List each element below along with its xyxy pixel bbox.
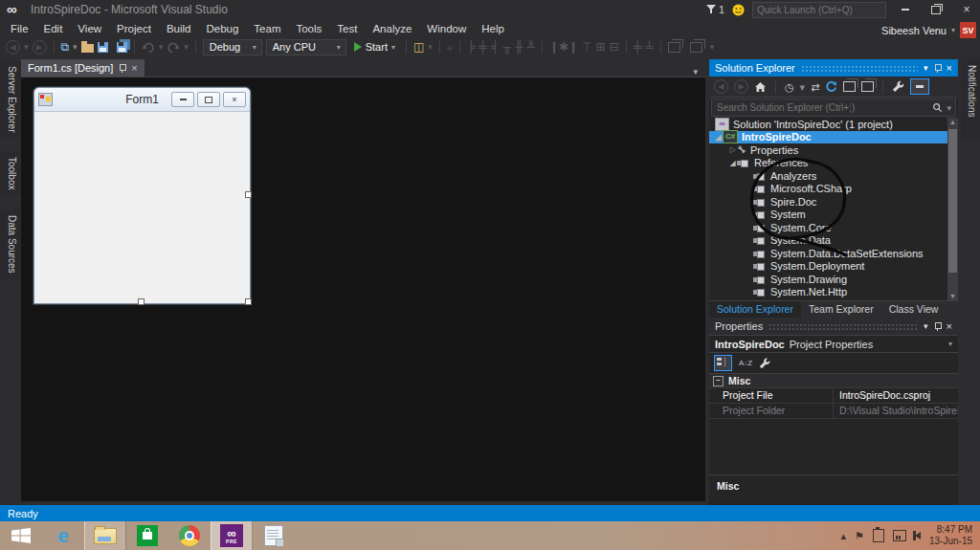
tree-item-system-core[interactable]: System.Core <box>709 221 958 234</box>
menu-tools[interactable]: Tools <box>289 21 328 36</box>
pending-changes-filter-icon[interactable]: ◷ <box>785 78 794 96</box>
quick-launch-box[interactable] <box>752 2 886 18</box>
tab-class-view[interactable]: Class View <box>881 301 947 318</box>
undo-icon[interactable] <box>142 41 155 54</box>
resize-handle-right[interactable] <box>245 191 252 198</box>
se-back-button[interactable]: ◀ <box>714 79 728 94</box>
resize-handle-bottom[interactable] <box>138 298 145 305</box>
sync-with-active-document-icon[interactable]: ⇄ <box>811 78 819 96</box>
tree-item-solution[interactable]: ∞ Solution 'IntroSpireDoc' (1 project) <box>709 118 958 131</box>
auto-hide-pin-icon[interactable] <box>934 321 941 331</box>
close-tab-icon[interactable]: × <box>131 62 137 74</box>
tree-item-microsoft-csharp[interactable]: Microsoft.CSharp <box>709 183 958 196</box>
design-form-window[interactable]: Form1 × <box>33 87 251 304</box>
toolbar-options-icon[interactable]: ▾ <box>710 37 715 56</box>
expander-expanded-icon[interactable]: ◢ <box>728 159 737 167</box>
menu-window[interactable]: Window <box>420 21 473 36</box>
start-debug-button[interactable]: Start ▾ <box>350 41 399 53</box>
properties-object-combo[interactable]: IntroSpireDoc Project Properties ▾ <box>709 336 958 353</box>
menu-debug[interactable]: Debug <box>199 21 245 36</box>
menu-team[interactable]: Team <box>247 21 287 36</box>
refresh-icon[interactable] <box>825 80 837 93</box>
properties-window-icon[interactable] <box>861 81 874 92</box>
solution-search-input[interactable] <box>712 102 932 113</box>
resize-handle-corner[interactable] <box>245 298 252 305</box>
tree-item-properties[interactable]: ▷ 🔧︎ Properties <box>709 143 958 157</box>
scroll-up-icon[interactable]: ▲ <box>947 119 958 125</box>
menu-file[interactable]: File <box>4 21 35 36</box>
minimize-button[interactable] <box>894 2 917 18</box>
navigate-back-button[interactable]: ◀ <box>6 40 20 55</box>
solution-explorer-header[interactable]: Solution Explorer ▾ × <box>709 59 958 77</box>
new-dropdown-icon[interactable]: ▾ <box>73 37 78 56</box>
save-all-button[interactable] <box>117 42 127 53</box>
tree-item-system-net-http[interactable]: System.Net.Http <box>709 286 958 299</box>
scroll-down-icon[interactable]: ▼ <box>947 293 958 299</box>
scrollbar-thumb[interactable] <box>948 129 957 273</box>
menu-edit[interactable]: Edit <box>37 21 70 36</box>
chrome-button[interactable] <box>168 521 211 550</box>
tree-item-system[interactable]: System <box>709 209 958 222</box>
network-icon[interactable] <box>893 530 906 541</box>
category-row-misc[interactable]: − Misc <box>709 374 958 387</box>
expander-collapsed-icon[interactable]: ▷ <box>728 145 737 154</box>
new-project-button[interactable]: ⧉ <box>61 37 70 56</box>
menu-test[interactable]: Test <box>330 21 364 36</box>
tab-toolbox[interactable]: Toolbox <box>0 151 21 195</box>
tree-item-spire-doc[interactable]: Spire.Doc <box>709 195 958 209</box>
home-icon[interactable] <box>754 81 767 93</box>
auto-hide-pin-icon[interactable] <box>934 63 941 73</box>
feedback-funnel-button[interactable]: 1 <box>706 4 724 15</box>
file-explorer-button[interactable] <box>84 521 126 550</box>
navigate-forward-button[interactable]: ▶ <box>33 40 47 55</box>
solution-configuration-combo[interactable]: Debug ▾ <box>203 39 262 55</box>
collapse-category-icon[interactable]: − <box>713 376 724 386</box>
alphabetical-sort-button[interactable]: A↓Z <box>739 359 752 367</box>
find-dropdown-icon[interactable]: ▾ <box>428 37 433 56</box>
tab-team-explorer[interactable]: Team Explorer <box>801 301 881 318</box>
tab-solution-explorer[interactable]: Solution Explorer <box>709 301 801 318</box>
collapse-all-button[interactable] <box>910 78 929 95</box>
se-forward-button[interactable]: ▶ <box>734 79 748 94</box>
tab-data-sources[interactable]: Data Sources <box>0 209 21 279</box>
designer-surface[interactable]: Form1 × <box>21 77 705 501</box>
property-row-project-folder[interactable]: Project Folder D:\Visual Studio\IntroSpi… <box>709 403 958 418</box>
wrench-icon[interactable] <box>759 358 770 369</box>
tab-form1-design[interactable]: Form1.cs [Design] × <box>21 59 145 77</box>
find-in-files-button[interactable]: ◫ <box>413 37 424 56</box>
search-options-icon[interactable]: ▾ <box>943 99 955 118</box>
restore-button[interactable] <box>924 2 947 18</box>
menu-build[interactable]: Build <box>160 21 198 36</box>
quick-launch-input[interactable] <box>753 5 887 15</box>
power-icon[interactable] <box>873 529 884 542</box>
solution-platform-combo[interactable]: Any CPU ▾ <box>266 39 346 55</box>
document-list-dropdown-icon[interactable]: ▾ <box>693 67 705 77</box>
categorized-view-button[interactable] <box>714 355 732 371</box>
tree-scrollbar[interactable]: ▲ ▼ <box>947 118 958 300</box>
tree-item-system-deployment[interactable]: System.Deployment <box>709 260 958 274</box>
filter-dropdown-icon[interactable]: ▾ <box>800 78 806 96</box>
show-all-files-icon[interactable] <box>843 81 856 92</box>
menu-analyze[interactable]: Analyze <box>366 21 418 36</box>
window-position-icon[interactable]: ▾ <box>924 63 928 73</box>
window-position-icon[interactable]: ▾ <box>924 321 928 331</box>
start-button[interactable] <box>0 521 42 550</box>
undo-dropdown-icon[interactable]: ▾ <box>159 37 164 56</box>
menu-view[interactable]: View <box>71 21 108 36</box>
expander-expanded-icon[interactable]: ◢ <box>714 133 723 142</box>
internet-explorer-button[interactable]: e <box>42 521 84 550</box>
feedback-smiley-icon[interactable] <box>732 4 745 16</box>
tree-item-analyzers[interactable]: Analyzers <box>709 169 958 183</box>
show-hidden-icons-button[interactable]: ▴ <box>841 530 847 542</box>
wrench-icon[interactable] <box>892 80 904 93</box>
tree-item-system-data[interactable]: System.Data <box>709 234 958 248</box>
visual-studio-taskbar-button[interactable]: ∞PRE <box>211 521 253 550</box>
tree-item-project-selected[interactable]: ◢ C# IntroSpireDoc <box>709 131 952 144</box>
close-panel-icon[interactable]: × <box>947 62 952 74</box>
solution-search-box[interactable]: ▾ <box>711 99 956 117</box>
taskbar-clock[interactable]: 8:47 PM 13-Jun-15 <box>929 524 972 547</box>
menu-project[interactable]: Project <box>110 21 158 36</box>
notepad-button[interactable] <box>253 521 295 550</box>
pin-icon[interactable] <box>119 63 125 73</box>
tab-notifications[interactable]: Notifications <box>961 57 980 140</box>
